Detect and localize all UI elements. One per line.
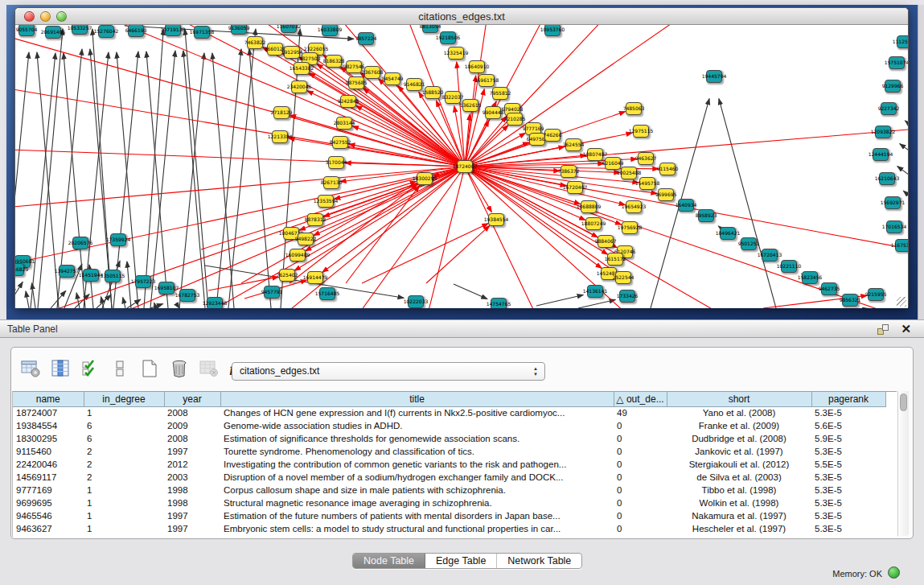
graph-node[interactable]: 19654923	[626, 200, 642, 213]
graph-node[interactable]: 12353594	[318, 195, 334, 208]
graph-node[interactable]: 10222033	[408, 295, 424, 308]
graph-node[interactable]: 8427552	[332, 136, 348, 149]
graph-node[interactable]: 9227342	[881, 102, 897, 115]
delete-table-icon[interactable]	[198, 357, 220, 380]
graph-node[interactable]: 9904448	[485, 106, 501, 119]
column-header-in_degree[interactable]: in_degree	[84, 392, 164, 406]
table-row[interactable]: 1938455462009Genome-wide association stu…	[13, 419, 885, 432]
graph-node[interactable]: 9146821	[406, 78, 422, 91]
table-row[interactable]: 1830029562008Estimation of significance …	[13, 432, 885, 445]
graph-node[interactable]: 11675300	[895, 239, 908, 252]
graph-node[interactable]: 8267130	[323, 176, 339, 189]
graph-node[interactable]: 9129966	[885, 80, 901, 93]
graph-node[interactable]: 2522544	[615, 271, 631, 284]
graph-node[interactable]: 15823456	[802, 271, 818, 284]
graph-node[interactable]: 9055704	[18, 25, 35, 36]
graph-node[interactable]: 19218506	[440, 31, 456, 44]
graph-node[interactable]: 1640934	[678, 199, 694, 212]
graph-node[interactable]: 12923448	[207, 297, 223, 308]
graph-node[interactable]: 16958107	[158, 282, 175, 295]
graph-node[interactable]: 9210285	[507, 113, 523, 126]
graph-node[interactable]: 9699695	[658, 188, 674, 201]
graph-node[interactable]: 16210643	[879, 172, 895, 185]
graph-node[interactable]: 16543382	[294, 62, 310, 75]
table-row[interactable]: 2242004622012Investigating the contribut…	[13, 458, 885, 471]
graph-node[interactable]: 16961758	[478, 74, 495, 87]
graph-node[interactable]: 1588520	[425, 86, 441, 99]
graph-node[interactable]: 9462735	[821, 282, 837, 295]
graph-node[interactable]: 18300295	[417, 172, 433, 185]
table-scrollbar[interactable]	[897, 391, 909, 536]
graph-node[interactable]: 7625402	[279, 269, 295, 282]
graph-node[interactable]: 1362615	[462, 99, 478, 112]
table-row[interactable]: 977716911998Corpus callosum shape and si…	[13, 484, 885, 496]
graph-node[interactable]: 12213384	[272, 130, 288, 143]
graph-node[interactable]: 6216049	[605, 157, 621, 170]
graph-node[interactable]: 12325419	[448, 47, 464, 60]
graph-node[interactable]: 7955812	[492, 87, 508, 100]
network-canvas[interactable]: 1872400718300295746382286601285912954232…	[15, 25, 908, 308]
graph-node[interactable]: 16720407	[567, 181, 583, 194]
table-row[interactable]: 911546021997Tourette syndrome. Phenomeno…	[13, 445, 885, 458]
row-selection-icon[interactable]	[79, 357, 101, 380]
memory-status-indicator-icon[interactable]	[888, 566, 900, 579]
graph-node[interactable]: 10533257	[72, 25, 88, 35]
graph-node[interactable]: 23420046	[291, 80, 307, 93]
graph-node[interactable]: 10221110	[781, 260, 797, 273]
graph-node[interactable]: 9827546	[346, 60, 362, 73]
graph-node[interactable]: 17957223	[135, 275, 151, 288]
table-row[interactable]: 1456911722003Disruption of a novel membe…	[13, 471, 885, 484]
new-table-icon[interactable]	[138, 357, 161, 380]
graph-node[interactable]: 10719138	[165, 25, 181, 36]
graph-node[interactable]: 16099489	[290, 249, 306, 262]
graph-node[interactable]: 14136141	[587, 285, 603, 298]
graph-node[interactable]: 6466190	[128, 25, 144, 37]
table-settings-icon[interactable]	[19, 357, 42, 380]
table-row[interactable]: 1872400712008Changes of HCN gene express…	[13, 406, 885, 419]
graph-node[interactable]: 7463822	[247, 36, 263, 49]
graph-node[interactable]: 2803144	[336, 117, 352, 130]
graph-node[interactable]: 9242845	[340, 95, 356, 108]
graph-node[interactable]: 20691406	[45, 26, 61, 39]
graph-node[interactable]: 18496421	[720, 227, 736, 240]
graph-node[interactable]: 9856321	[842, 294, 858, 307]
graph-node[interactable]: 2367608	[364, 66, 380, 79]
graph-node[interactable]: 20206576	[72, 237, 88, 249]
column-header-year[interactable]: year	[164, 392, 220, 406]
graph-node[interactable]: 3170044	[328, 156, 344, 169]
graph-node[interactable]: 15751074	[889, 56, 905, 69]
graph-node[interactable]: 12444194	[873, 148, 889, 161]
graph-node[interactable]: 7386372	[561, 165, 577, 178]
graph-node[interactable]: 9136059	[231, 25, 247, 35]
graph-node[interactable]: 9501251	[741, 237, 757, 250]
scrollbar-thumb[interactable]	[900, 393, 907, 411]
graph-node[interactable]: 19445794	[706, 70, 722, 83]
column-header-short[interactable]: short	[667, 392, 811, 406]
graph-node[interactable]: 10025488	[621, 167, 637, 179]
graph-node[interactable]: 5912954	[284, 46, 300, 59]
graph-node[interactable]: 11451944	[83, 269, 99, 282]
graph-node[interactable]: 16720413	[762, 249, 778, 262]
graph-node[interactable]: 16914479	[307, 271, 323, 284]
graph-node[interactable]: 16971358	[194, 26, 210, 39]
graph-node[interactable]: 11156829	[15, 263, 24, 276]
graph-node[interactable]: 7857224	[358, 32, 374, 45]
table-row[interactable]: 946362711997Embryonic stem cells: a mode…	[13, 522, 885, 535]
graph-node[interactable]: 7485063	[626, 102, 642, 115]
graph-node[interactable]: 15716485	[319, 287, 335, 300]
graph-node[interactable]: 8454749	[384, 72, 400, 85]
delete-entries-icon[interactable]	[168, 357, 191, 380]
column-chooser-icon[interactable]	[49, 357, 72, 380]
graph-node[interactable]: 10688809	[581, 200, 597, 213]
graph-node[interactable]: 9884067	[598, 235, 614, 248]
graph-node[interactable]: 8958923	[698, 209, 714, 222]
graph-node[interactable]: 18724007	[457, 160, 473, 173]
graph-node[interactable]: 10953760	[544, 25, 561, 36]
graph-node[interactable]: 3624554	[565, 138, 581, 151]
table-row[interactable]: 969969511998Structural magnetic resonanc…	[13, 496, 885, 509]
graph-node[interactable]: 12093822	[875, 126, 891, 138]
graph-node[interactable]: 13942757	[59, 265, 75, 278]
graph-node[interactable]: 12975115	[633, 125, 649, 138]
graph-node[interactable]: 1615172	[607, 253, 623, 266]
rows-icon[interactable]	[109, 357, 131, 380]
